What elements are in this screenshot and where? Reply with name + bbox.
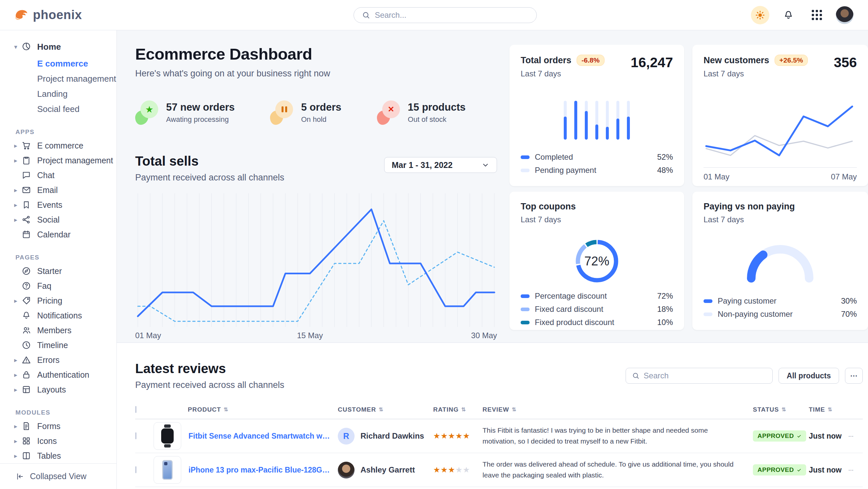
- collapse-view-button[interactable]: Collapsed View: [0, 463, 117, 489]
- sidebar-item-calendar[interactable]: Calendar: [0, 227, 117, 242]
- new-customers-value: 356: [834, 55, 857, 70]
- sidebar-item-faq[interactable]: Faq: [0, 279, 117, 293]
- legend-row: Fixed product discount10%: [521, 316, 673, 329]
- sidebar-item-members[interactable]: Members: [0, 323, 117, 338]
- sidebar-section-label: PAGES: [0, 254, 117, 261]
- sidebar-item-icons[interactable]: ▸Icons: [0, 434, 117, 449]
- row-checkbox[interactable]: [135, 466, 136, 473]
- caret-right-icon: ▸: [14, 216, 21, 224]
- product-link[interactable]: Fitbit Sense Advanced Smartwatch with To…: [188, 432, 330, 440]
- x-icon: ✕: [388, 105, 394, 114]
- row-menu-button[interactable]: ⋯: [848, 433, 863, 439]
- sidebar-item-notifications[interactable]: Notifications: [0, 308, 117, 323]
- sidebar-group-home[interactable]: ▾ Home: [0, 39, 117, 55]
- review-row-partial: [135, 487, 863, 489]
- column-header-status[interactable]: STATUS⇅: [753, 406, 809, 413]
- date-range-select[interactable]: Mar 1 - 31, 2022: [384, 157, 497, 173]
- sidebar-item-authentication[interactable]: ▸Authentication: [0, 368, 117, 382]
- search-icon: [362, 11, 370, 20]
- sort-icon: ⇅: [828, 406, 832, 412]
- sidebar-item-social-feed[interactable]: Social feed: [0, 102, 117, 117]
- sidebar-item-email[interactable]: ▸Email: [0, 183, 117, 198]
- order-bar: [595, 101, 598, 140]
- phoenix-logo-icon: [14, 8, 28, 22]
- total-orders-value: 16,247: [631, 55, 673, 70]
- page-subtitle: Here's what's going on at your business …: [135, 68, 497, 79]
- main-content: Ecommerce Dashboard Here's what's going …: [117, 30, 868, 489]
- row-checkbox[interactable]: [135, 432, 136, 439]
- card-title: Top coupons: [521, 202, 576, 212]
- sidebar-sections: APPS▸E commerce▸Project managementChat▸E…: [0, 128, 117, 463]
- columns-icon: [21, 451, 32, 461]
- product-thumbnail[interactable]: [154, 456, 181, 484]
- sort-icon: ⇅: [224, 406, 228, 412]
- sidebar-item-errors[interactable]: ▸Errors: [0, 353, 117, 368]
- select-all-checkbox[interactable]: [135, 406, 136, 413]
- brand-logo[interactable]: phoenix: [0, 8, 117, 22]
- column-header-time[interactable]: TIME⇅: [809, 406, 848, 413]
- sidebar-item-tables[interactable]: ▸Tables: [0, 449, 117, 463]
- caret-right-icon: ▸: [14, 371, 21, 379]
- sidebar-item-starter[interactable]: Starter: [0, 264, 117, 279]
- column-header-product[interactable]: PRODUCT⇅: [154, 406, 338, 413]
- sidebar-item-pricing[interactable]: ▸Pricing: [0, 293, 117, 308]
- reviews-search[interactable]: [626, 368, 773, 384]
- sidebar-item-chat[interactable]: Chat: [0, 168, 117, 183]
- all-products-button[interactable]: All products: [778, 368, 839, 384]
- sun-icon: [755, 10, 765, 21]
- apps-grid-button[interactable]: [807, 6, 826, 24]
- total-orders-card: Total orders -6.8% Last 7 days 16,247 Co…: [509, 45, 684, 186]
- notifications-button[interactable]: [779, 6, 798, 24]
- stat-out-of-stock: ✕15 productsOut of stock: [377, 100, 466, 125]
- column-header-customer[interactable]: CUSTOMER⇅: [338, 406, 433, 413]
- order-bar: [585, 101, 588, 140]
- users-icon: [21, 325, 32, 336]
- row-menu-button[interactable]: ⋯: [848, 467, 863, 473]
- sidebar-item-e-commerce[interactable]: E commerce: [0, 56, 117, 71]
- reviews-more-button[interactable]: ⋯: [845, 368, 863, 384]
- user-avatar[interactable]: [836, 6, 854, 24]
- total-sells-title: Total sells: [135, 154, 284, 169]
- orders-bar-chart: [521, 99, 673, 140]
- column-header-rating[interactable]: RATING⇅: [433, 406, 483, 413]
- review-time: Just now: [809, 466, 848, 474]
- new-customers-card: New customers +26.5% Last 7 days 356 01 …: [692, 45, 868, 186]
- sidebar-item-e-commerce[interactable]: ▸E commerce: [0, 138, 117, 153]
- dashboard-hero-section: Ecommerce Dashboard Here's what's going …: [117, 30, 868, 343]
- sidebar-item-events[interactable]: ▸Events: [0, 198, 117, 212]
- legend-row: Fixed card discount18%: [521, 303, 673, 316]
- axis-label: 15 May: [297, 331, 323, 340]
- card-period: Last 7 days: [521, 215, 673, 224]
- global-search-input[interactable]: [375, 10, 528, 20]
- rating-stars: ★★★★★: [433, 431, 470, 440]
- sidebar-item-social[interactable]: ▸Social: [0, 212, 117, 227]
- trend-badge: +26.5%: [775, 55, 808, 66]
- product-thumbnail[interactable]: [154, 422, 181, 450]
- bookmark-icon: [21, 200, 32, 210]
- sidebar-item-layouts[interactable]: ▸Layouts: [0, 382, 117, 397]
- new-customers-x-axis: 01 May 07 May: [704, 167, 857, 181]
- paying-gauge-chart: [704, 244, 857, 283]
- sidebar-item-landing[interactable]: Landing: [0, 86, 117, 102]
- product-link[interactable]: iPhone 13 pro max-Pacific Blue-128GB sto…: [188, 466, 330, 474]
- caret-down-icon: ▾: [14, 43, 21, 51]
- legend-row: Percentage discount72%: [521, 289, 673, 303]
- sidebar-item-timeline[interactable]: Timeline: [0, 338, 117, 353]
- review-text: This Fitbit is fantastic! I was trying t…: [483, 425, 753, 447]
- global-search[interactable]: [353, 7, 536, 23]
- theme-toggle-button[interactable]: [751, 6, 769, 24]
- status-badge: APPROVED: [753, 464, 806, 476]
- sidebar-item-project-management[interactable]: Project management: [0, 71, 117, 86]
- reviews-search-input[interactable]: [644, 371, 766, 380]
- latest-reviews-section: Latest reviews Payment received across a…: [117, 343, 868, 489]
- order-bar: [564, 101, 567, 140]
- card-period: Last 7 days: [521, 69, 631, 78]
- axis-label: 07 May: [831, 172, 857, 181]
- axis-label: 30 May: [471, 331, 497, 340]
- column-header-review[interactable]: REVIEW⇅: [483, 406, 753, 413]
- sidebar-item-project-management[interactable]: ▸Project management: [0, 153, 117, 168]
- sidebar-item-forms[interactable]: ▸Forms: [0, 419, 117, 434]
- star-icon: ★: [145, 104, 153, 115]
- caret-right-icon: ▸: [14, 386, 21, 394]
- card-title: Paying vs non paying: [704, 202, 795, 212]
